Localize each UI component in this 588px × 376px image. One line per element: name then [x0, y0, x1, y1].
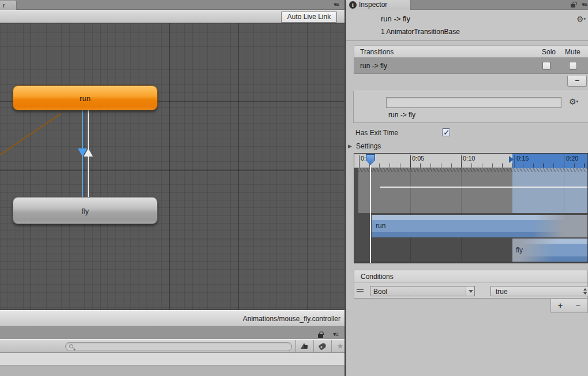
transition-timeline[interactable]: 0:00 0:05 0:10 0:15 0:20: [354, 153, 588, 263]
gear-icon[interactable]: ⚙▾: [569, 98, 578, 106]
condition-parameter-dropdown[interactable]: Bool: [370, 286, 475, 296]
transitions-list-header: Transitions Solo Mute: [354, 45, 588, 58]
search-by-type-icon: [301, 343, 308, 349]
playhead-line: [370, 165, 371, 263]
dropdown-arrow-icon[interactable]: [466, 286, 474, 296]
search-icon: [69, 344, 73, 348]
run-crossfade: [512, 215, 588, 237]
timeline-body: run fly: [354, 168, 588, 263]
settings-label: Settings: [356, 142, 381, 150]
transition-arrow-up-icon: [84, 148, 93, 157]
foldout-arrow-icon: ▶: [348, 143, 352, 149]
tick-label: 0:20: [566, 155, 578, 162]
solo-column-label: Solo: [542, 48, 556, 56]
pane-menu-icon[interactable]: ▾≡: [334, 1, 339, 8]
inspector-tabstrip: i Inspector ▾≡: [346, 0, 588, 10]
transition-list-item[interactable]: run -> fly: [354, 58, 588, 74]
animator-tabstrip: r ▾≡: [0, 0, 344, 10]
gear-glyph: ⚙: [569, 97, 576, 106]
timeline-ruler[interactable]: 0:00 0:05 0:10 0:15 0:20: [354, 154, 588, 168]
minor-ticks: [354, 163, 588, 167]
has-exit-time-checkbox[interactable]: [442, 128, 450, 136]
state-node-fly[interactable]: fly: [13, 197, 158, 224]
state-node-run[interactable]: run: [13, 85, 158, 110]
track-label: run: [376, 222, 385, 230]
animator-panel: r ▾≡ Auto Live Link run fly Animations/m…: [0, 0, 344, 376]
has-exit-time-row: Has Exit Time: [346, 128, 588, 139]
transitions-header-label: Transitions: [360, 48, 394, 56]
pane-menu-icon[interactable]: ▾≡: [333, 331, 338, 337]
gear-icon[interactable]: ⚙▾: [576, 15, 586, 23]
gear-dropdown-arrow-icon: ▾: [576, 99, 578, 103]
conditions-header: Conditions: [354, 270, 587, 283]
state-machine-graph[interactable]: run fly: [0, 23, 344, 310]
inspector-header: run -> fly 1 AnimatorTransitionBase ⚙▾: [346, 10, 588, 41]
mute-column-label: Mute: [565, 48, 580, 56]
add-condition-button[interactable]: +: [554, 300, 567, 311]
bottom-panel-header: ▾≡: [0, 327, 344, 339]
object-count-subtitle: 1 AnimatorTransitionBase: [381, 28, 460, 36]
animator-toolbar: Auto Live Link: [0, 10, 344, 23]
search-field[interactable]: [65, 342, 292, 351]
condition-value-popup[interactable]: true: [490, 286, 588, 296]
timeline-bottom-border: [354, 262, 588, 263]
transitions-list: Transitions Solo Mute run -> fly: [354, 45, 588, 74]
settings-foldout[interactable]: ▶ Settings: [346, 142, 588, 151]
timeline-hatch-strip: [358, 168, 588, 172]
star-icon: ★: [336, 341, 344, 351]
remove-transition-button[interactable]: −: [567, 76, 587, 87]
popup-updown-icon: [583, 288, 587, 295]
bottom-panel-content: [0, 353, 344, 366]
blend-curve-line: [380, 187, 588, 188]
timeline-upper-block-highlight: [512, 168, 588, 213]
entry-transition-edge[interactable]: [0, 113, 62, 155]
drag-handle-icon[interactable]: [357, 289, 364, 292]
unity-editor-window: r ▾≡ Auto Live Link run fly Animations/m…: [0, 0, 588, 376]
transition-start-marker-icon[interactable]: [509, 156, 514, 163]
solo-checkbox[interactable]: [542, 62, 550, 70]
tick-label: 0:15: [516, 155, 529, 162]
bottom-panel-footer: [0, 366, 344, 376]
page-title: run -> fly: [381, 14, 410, 23]
track-bar-run[interactable]: run: [372, 215, 588, 237]
search-input[interactable]: [78, 343, 286, 351]
tab-animator-clipped[interactable]: r: [0, 1, 17, 10]
transition-start-line: [514, 155, 515, 167]
info-icon: i: [349, 1, 357, 9]
condition-list-item[interactable]: Bool true: [354, 283, 587, 299]
search-by-label-button[interactable]: [313, 340, 331, 352]
conditions-header-label: Conditions: [361, 273, 394, 281]
tick-label: 0:10: [463, 155, 475, 162]
tag-icon: [319, 342, 327, 350]
fly-crossfade: [512, 239, 588, 262]
track-bar-fly[interactable]: fly: [512, 239, 588, 262]
track-label: fly: [516, 246, 523, 254]
tick-label: 0:05: [412, 155, 424, 162]
transition-name-input[interactable]: [386, 97, 561, 108]
tab-inspector[interactable]: i Inspector: [346, 0, 411, 10]
unlock-icon[interactable]: [571, 2, 576, 8]
auto-live-link-button[interactable]: Auto Live Link: [281, 12, 337, 23]
mute-checkbox[interactable]: [569, 62, 577, 70]
timeline-upper-block: [358, 168, 512, 213]
gear-dropdown-arrow-icon: ▾: [583, 17, 586, 21]
conditions-footer: + −: [550, 299, 588, 313]
transition-name-label: run -> fly: [388, 111, 415, 119]
condition-parameter-value: Bool: [373, 288, 387, 296]
conditions-list: Conditions Bool true: [354, 270, 588, 299]
remove-condition-button[interactable]: −: [572, 300, 585, 311]
search-by-type-button[interactable]: [295, 340, 313, 352]
condition-value: true: [496, 288, 508, 296]
inspector-panel: i Inspector ▾≡ run -> fly 1 AnimatorTran…: [346, 0, 588, 376]
transition-row-label: run -> fly: [360, 62, 387, 70]
breadcrumb-bar: Animations/mouse_fly.controller: [0, 310, 344, 327]
gear-glyph: ⚙: [576, 14, 584, 24]
project-search-toolbar: ★: [0, 339, 344, 353]
transition-name-box: ⚙▾ run -> fly: [353, 91, 588, 123]
lock-icon[interactable]: [318, 332, 324, 338]
pane-menu-icon[interactable]: ▾≡: [582, 1, 587, 8]
breadcrumb[interactable]: Animations/mouse_fly.controller: [243, 315, 340, 323]
has-exit-time-label: Has Exit Time: [355, 129, 398, 137]
